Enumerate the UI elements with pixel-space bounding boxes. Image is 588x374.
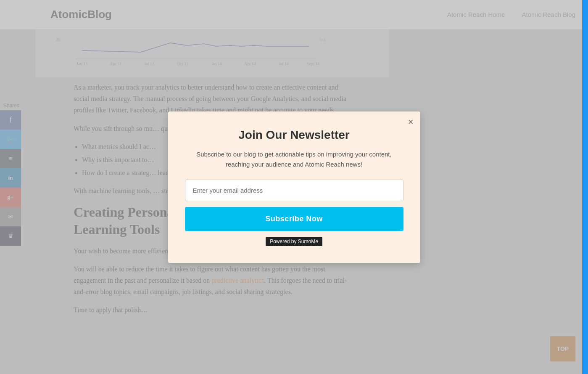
modal-close-button[interactable]: × bbox=[408, 117, 414, 127]
subscribe-button[interactable]: Subscribe Now bbox=[185, 207, 403, 231]
modal-overlay[interactable]: × Join Our Newsletter Subscribe to our b… bbox=[0, 0, 588, 374]
modal-title: Join Our Newsletter bbox=[185, 128, 403, 142]
powered-by: Powered by SumoMe bbox=[185, 237, 403, 246]
sumome-badge: Powered by SumoMe bbox=[266, 237, 322, 246]
newsletter-modal: × Join Our Newsletter Subscribe to our b… bbox=[168, 111, 420, 263]
right-scroll-bar[interactable] bbox=[582, 0, 588, 374]
modal-subtitle: Subscribe to our blog to get actionable … bbox=[185, 149, 403, 170]
email-input[interactable] bbox=[185, 180, 403, 201]
